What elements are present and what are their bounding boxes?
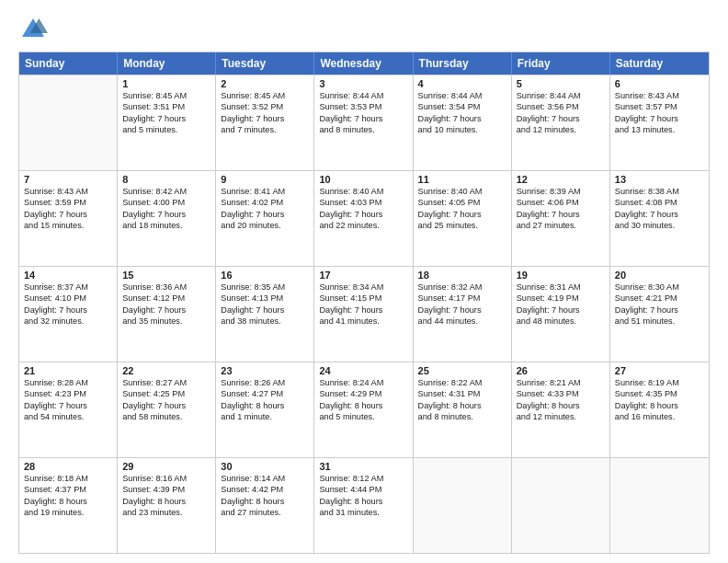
- cell-line: and 35 minutes.: [122, 316, 210, 327]
- cell-line: Sunrise: 8:18 AM: [24, 473, 112, 484]
- calendar-cell: 2Sunrise: 8:45 AMSunset: 3:52 PMDaylight…: [216, 75, 314, 170]
- cell-line: Sunrise: 8:28 AM: [24, 377, 112, 388]
- cell-line: Sunrise: 8:37 AM: [24, 282, 112, 293]
- day-number: 28: [24, 461, 112, 472]
- cell-line: Daylight: 7 hours: [122, 209, 210, 220]
- cell-line: Sunrise: 8:39 AM: [517, 186, 605, 197]
- header-cell-friday: Friday: [512, 52, 610, 75]
- calendar-cell: 9Sunrise: 8:41 AMSunset: 4:02 PMDaylight…: [216, 171, 314, 266]
- cell-line: Sunrise: 8:14 AM: [221, 473, 309, 484]
- cell-line: Sunset: 3:51 PM: [122, 101, 210, 112]
- cell-line: Daylight: 8 hours: [221, 400, 309, 411]
- calendar-cell: 26Sunrise: 8:21 AMSunset: 4:33 PMDayligh…: [512, 362, 610, 457]
- day-number: 15: [122, 270, 210, 281]
- cell-line: and 16 minutes.: [615, 411, 704, 422]
- cell-line: Sunset: 4:23 PM: [24, 388, 112, 399]
- cell-line: Sunset: 3:56 PM: [517, 101, 605, 112]
- calendar-cell: [19, 75, 118, 170]
- cell-line: Sunset: 4:39 PM: [122, 484, 210, 495]
- cell-line: and 22 minutes.: [319, 220, 407, 231]
- cell-line: Sunrise: 8:44 AM: [517, 90, 605, 101]
- cell-line: Daylight: 8 hours: [24, 496, 112, 507]
- cell-line: and 7 minutes.: [221, 124, 309, 135]
- calendar-cell: 31Sunrise: 8:12 AMSunset: 4:44 PMDayligh…: [314, 458, 413, 553]
- cell-line: Sunrise: 8:41 AM: [221, 186, 309, 197]
- cell-line: Sunrise: 8:44 AM: [319, 90, 407, 101]
- calendar-cell: 14Sunrise: 8:37 AMSunset: 4:10 PMDayligh…: [19, 267, 118, 362]
- calendar-cell: 20Sunrise: 8:30 AMSunset: 4:21 PMDayligh…: [610, 267, 709, 362]
- calendar-row: 28Sunrise: 8:18 AMSunset: 4:37 PMDayligh…: [19, 457, 709, 553]
- cell-line: and 18 minutes.: [122, 220, 210, 231]
- cell-line: Sunrise: 8:21 AM: [517, 377, 605, 388]
- cell-line: Sunrise: 8:16 AM: [122, 473, 210, 484]
- cell-line: Daylight: 7 hours: [615, 113, 704, 124]
- cell-line: Sunrise: 8:40 AM: [319, 186, 407, 197]
- cell-line: Daylight: 8 hours: [615, 400, 704, 411]
- cell-line: Sunrise: 8:35 AM: [221, 282, 309, 293]
- cell-line: and 44 minutes.: [418, 316, 506, 327]
- cell-line: Daylight: 8 hours: [319, 400, 407, 411]
- cell-line: Sunset: 4:25 PM: [122, 388, 210, 399]
- cell-line: and 38 minutes.: [221, 316, 309, 327]
- cell-line: Daylight: 7 hours: [221, 209, 309, 220]
- cell-line: and 41 minutes.: [319, 316, 407, 327]
- cell-line: and 12 minutes.: [517, 411, 605, 422]
- day-number: 20: [615, 270, 704, 281]
- cell-line: Sunset: 4:27 PM: [221, 388, 309, 399]
- day-number: 29: [122, 461, 210, 472]
- logo: [18, 15, 51, 44]
- cell-line: Sunrise: 8:43 AM: [24, 186, 112, 197]
- calendar-cell: 30Sunrise: 8:14 AMSunset: 4:42 PMDayligh…: [216, 458, 314, 553]
- calendar-cell: 16Sunrise: 8:35 AMSunset: 4:13 PMDayligh…: [216, 267, 314, 362]
- cell-line: Sunrise: 8:31 AM: [517, 282, 605, 293]
- calendar-cell: 28Sunrise: 8:18 AMSunset: 4:37 PMDayligh…: [19, 458, 118, 553]
- cell-line: Daylight: 8 hours: [122, 496, 210, 507]
- page: SundayMondayTuesdayWednesdayThursdayFrid…: [0, 0, 728, 563]
- cell-line: Sunrise: 8:32 AM: [418, 282, 506, 293]
- calendar-cell: 11Sunrise: 8:40 AMSunset: 4:05 PMDayligh…: [414, 171, 512, 266]
- day-number: 22: [122, 365, 210, 376]
- cell-line: Sunrise: 8:44 AM: [418, 90, 506, 101]
- cell-line: Sunrise: 8:26 AM: [221, 377, 309, 388]
- cell-line: Sunset: 4:03 PM: [319, 197, 407, 208]
- cell-line: Sunrise: 8:40 AM: [418, 186, 506, 197]
- cell-line: Daylight: 7 hours: [122, 304, 210, 316]
- cell-line: Sunset: 4:21 PM: [615, 293, 704, 304]
- calendar-header: SundayMondayTuesdayWednesdayThursdayFrid…: [19, 52, 709, 75]
- calendar-row: 21Sunrise: 8:28 AMSunset: 4:23 PMDayligh…: [19, 362, 709, 457]
- cell-line: Daylight: 7 hours: [221, 113, 309, 124]
- cell-line: Sunset: 4:05 PM: [418, 197, 506, 208]
- calendar-cell: 5Sunrise: 8:44 AMSunset: 3:56 PMDaylight…: [512, 75, 610, 170]
- day-number: 9: [221, 174, 309, 185]
- calendar-cell: 23Sunrise: 8:26 AMSunset: 4:27 PMDayligh…: [216, 362, 314, 457]
- header-cell-sunday: Sunday: [19, 52, 118, 75]
- cell-line: Sunset: 3:57 PM: [615, 101, 704, 112]
- calendar-cell: 13Sunrise: 8:38 AMSunset: 4:08 PMDayligh…: [610, 171, 709, 266]
- calendar-cell: 25Sunrise: 8:22 AMSunset: 4:31 PMDayligh…: [414, 362, 512, 457]
- calendar-cell: 21Sunrise: 8:28 AMSunset: 4:23 PMDayligh…: [19, 362, 118, 457]
- cell-line: and 48 minutes.: [517, 316, 605, 327]
- cell-line: Sunrise: 8:27 AM: [122, 377, 210, 388]
- cell-line: Daylight: 7 hours: [319, 113, 407, 124]
- cell-line: Daylight: 7 hours: [122, 113, 210, 124]
- cell-line: Daylight: 8 hours: [221, 496, 309, 507]
- cell-line: Sunset: 4:10 PM: [24, 293, 112, 304]
- header-cell-saturday: Saturday: [610, 52, 709, 75]
- cell-line: Daylight: 7 hours: [615, 209, 704, 220]
- cell-line: Daylight: 7 hours: [319, 209, 407, 220]
- cell-line: Daylight: 7 hours: [418, 209, 506, 220]
- cell-line: and 51 minutes.: [615, 316, 704, 327]
- calendar: SundayMondayTuesdayWednesdayThursdayFrid…: [18, 52, 710, 554]
- calendar-cell: 22Sunrise: 8:27 AMSunset: 4:25 PMDayligh…: [118, 362, 216, 457]
- calendar-row: 14Sunrise: 8:37 AMSunset: 4:10 PMDayligh…: [19, 266, 709, 362]
- cell-line: Sunset: 3:53 PM: [319, 101, 407, 112]
- day-number: 30: [221, 461, 309, 472]
- calendar-cell: 27Sunrise: 8:19 AMSunset: 4:35 PMDayligh…: [610, 362, 709, 457]
- cell-line: and 15 minutes.: [24, 220, 112, 231]
- cell-line: Sunset: 4:08 PM: [615, 197, 704, 208]
- cell-line: Daylight: 7 hours: [319, 304, 407, 316]
- cell-line: Daylight: 7 hours: [221, 304, 309, 316]
- day-number: 18: [418, 270, 506, 281]
- cell-line: and 8 minutes.: [418, 411, 506, 422]
- day-number: 26: [517, 365, 605, 376]
